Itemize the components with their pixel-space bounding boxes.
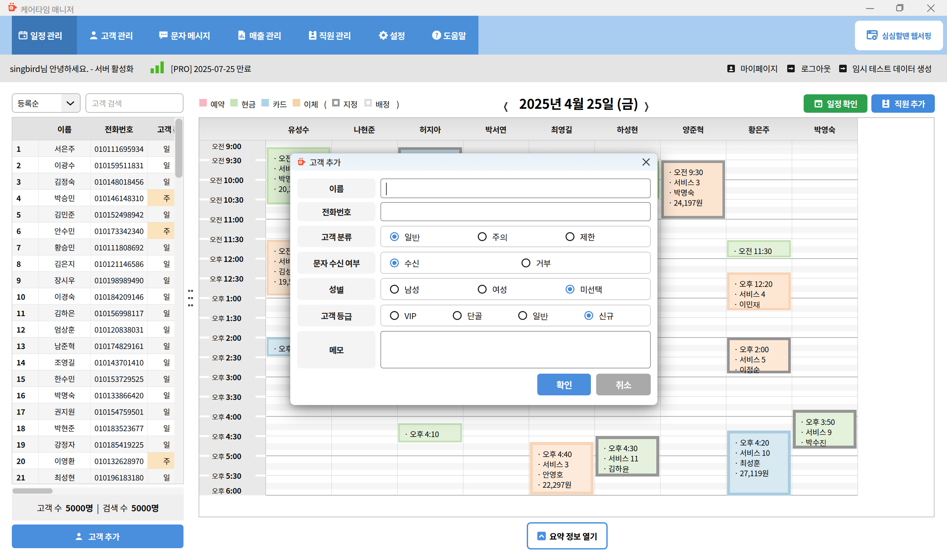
svg-text:c: c [300,159,302,164]
svg-text:c: c [10,5,12,11]
svg-text:?: ? [435,30,438,39]
